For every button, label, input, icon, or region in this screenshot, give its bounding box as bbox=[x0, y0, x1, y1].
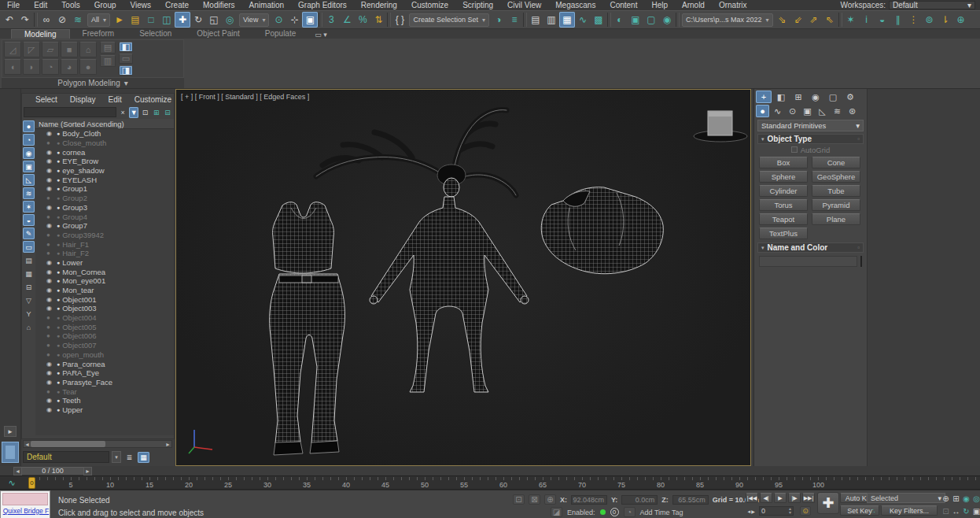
subtab-helpers[interactable]: ◺ bbox=[816, 105, 829, 117]
visibility-icon[interactable]: ● bbox=[46, 324, 54, 331]
scroll-right-icon[interactable]: ► bbox=[164, 442, 171, 447]
list-item-parasyte-face[interactable]: ◉●Parasyte_Face bbox=[35, 378, 174, 387]
expand-all-icon[interactable]: ⊞ bbox=[152, 107, 161, 118]
dock-expand-button[interactable]: ► bbox=[4, 426, 17, 437]
undo-icon[interactable]: ↶ bbox=[2, 12, 17, 28]
scrollbar-thumb[interactable] bbox=[31, 441, 105, 447]
curve-editor-icon[interactable]: ∿ bbox=[575, 12, 591, 28]
selection-lock-icon[interactable]: ⊠ bbox=[529, 494, 540, 505]
pm-icon-a1[interactable]: ◸ bbox=[23, 42, 40, 57]
quixel-title[interactable]: Quixel Bridge F bbox=[1, 507, 51, 515]
explorer-menu-display[interactable]: Display bbox=[64, 95, 101, 104]
spinner-icon[interactable]: ▴▾ bbox=[789, 507, 791, 515]
subtab-geometry[interactable]: ● bbox=[756, 105, 769, 117]
menu-group[interactable]: Group bbox=[87, 1, 123, 9]
unlink-selection-icon[interactable]: ⊘ bbox=[54, 12, 70, 28]
visibility-icon[interactable]: ● bbox=[46, 250, 54, 257]
previous-frame-button[interactable]: ◀| bbox=[760, 493, 772, 503]
list-item-mon-cornea[interactable]: ◉●Mon_Cornea bbox=[35, 267, 174, 276]
display-filter-icon-10[interactable]: ▤ bbox=[23, 254, 35, 266]
angle-snap-icon[interactable]: ∠ bbox=[339, 12, 355, 28]
y-field[interactable]: 0.0cm bbox=[621, 495, 658, 505]
render-setup-icon[interactable]: ▣ bbox=[628, 12, 643, 28]
reference-coordinate-dropdown[interactable]: View▾ bbox=[239, 13, 269, 27]
visibility-icon[interactable]: ◉ bbox=[46, 369, 54, 376]
list-item-hair-f1[interactable]: ●●Hair_F1 bbox=[35, 239, 174, 249]
menu-customize[interactable]: Customize bbox=[404, 1, 455, 9]
visibility-icon[interactable]: ◉ bbox=[46, 204, 54, 211]
plugin-comb-icon[interactable]: ⇂ bbox=[938, 12, 953, 28]
list-item-mon-eye001[interactable]: ◉●Mon_eye001 bbox=[35, 276, 174, 286]
list-item-eyelash[interactable]: ◉●EYELASH bbox=[35, 175, 174, 184]
primitive-button-sphere[interactable]: Sphere bbox=[759, 171, 808, 183]
display-filter-icon-8[interactable]: ✎ bbox=[23, 228, 35, 239]
ribbon-tab-selection[interactable]: Selection bbox=[127, 29, 184, 39]
rectangular-selection-region-icon[interactable]: □ bbox=[143, 12, 159, 28]
menu-graph-editors[interactable]: Graph Editors bbox=[291, 1, 354, 9]
clock-icon[interactable]: ◔ bbox=[624, 507, 636, 517]
visibility-icon[interactable]: ◉ bbox=[46, 277, 54, 284]
bind-to-space-warp-icon[interactable]: ≋ bbox=[70, 12, 86, 28]
list-item-object006[interactable]: ●●Object006 bbox=[35, 331, 174, 341]
pm-icon-b3[interactable]: ◕ bbox=[61, 59, 78, 75]
visibility-icon[interactable]: ● bbox=[46, 314, 54, 321]
viewport-layout-tab[interactable] bbox=[2, 442, 19, 463]
pm-icon-b4[interactable]: ● bbox=[79, 59, 97, 75]
pm-icon-b1[interactable]: ◗ bbox=[23, 59, 40, 75]
display-filter-icon-4[interactable]: ◺ bbox=[23, 174, 35, 186]
display-filter-icon-2[interactable]: ◉ bbox=[23, 147, 35, 159]
plugin-strands-icon[interactable]: ⋮ bbox=[906, 12, 922, 28]
visibility-icon[interactable]: ◉ bbox=[46, 149, 54, 156]
material-editor-icon[interactable]: ◐ bbox=[612, 12, 628, 28]
pm-icon-b0[interactable]: ◖ bbox=[4, 59, 21, 75]
schematic-view-icon[interactable]: ▩ bbox=[591, 12, 606, 28]
list-item-object007[interactable]: ●●Object007 bbox=[35, 341, 174, 350]
x-field[interactable]: 92.048cm bbox=[571, 495, 607, 505]
menu-rendering[interactable]: Rendering bbox=[354, 1, 404, 9]
menu-edit[interactable]: Edit bbox=[27, 1, 54, 9]
frame-counter[interactable]: 0 / 100 bbox=[22, 467, 83, 475]
visibility-icon[interactable]: ● bbox=[46, 194, 54, 202]
pm-mid-icon-1[interactable]: ▥ bbox=[100, 55, 116, 67]
visibility-icon[interactable]: ● bbox=[46, 351, 54, 358]
subtab-lights[interactable]: ⊙ bbox=[786, 105, 799, 117]
display-filter-icon-1[interactable]: ◔ bbox=[23, 134, 35, 146]
explorer-menu-edit[interactable]: Edit bbox=[103, 95, 127, 104]
chevron-down-icon[interactable]: ▾ bbox=[112, 451, 121, 463]
visibility-icon[interactable]: ◉ bbox=[46, 379, 54, 386]
visibility-icon[interactable]: ◉ bbox=[46, 296, 54, 303]
tab-hierarchy[interactable]: ⊞ bbox=[790, 91, 806, 103]
workspaces-dropdown[interactable]: Default ▾ bbox=[889, 1, 975, 9]
toggle-scene-explorer-icon[interactable]: ▤ bbox=[528, 12, 543, 28]
scroll-left-icon[interactable]: ◄ bbox=[24, 442, 31, 447]
project-folder-dropdown[interactable]: C:\Users\p...s Max 2022▾ bbox=[682, 13, 773, 27]
list-item-para-cornea[interactable]: ◉●Para_cornea bbox=[35, 359, 174, 368]
pm-icon-a3[interactable]: ■ bbox=[61, 42, 78, 57]
horizontal-scrollbar[interactable]: ◄ ► bbox=[23, 440, 172, 448]
list-item-object003[interactable]: ◉●Object003 bbox=[35, 304, 174, 313]
visibility-icon[interactable]: ◉ bbox=[46, 157, 54, 165]
percent-snap-icon[interactable]: % bbox=[355, 12, 370, 28]
list-item-open-mouth[interactable]: ●●open_mouth bbox=[35, 350, 174, 360]
tab-motion[interactable]: ◉ bbox=[808, 91, 823, 103]
plugin-info-icon[interactable]: i bbox=[859, 12, 875, 28]
edit-named-selection-sets-icon[interactable]: { } bbox=[392, 12, 407, 28]
zoom-extents-all-icon[interactable]: ◎ bbox=[971, 493, 980, 504]
list-column-header[interactable]: Name (Sorted Ascending) bbox=[35, 119, 174, 129]
menu-civil-view[interactable]: Civil View bbox=[500, 1, 548, 9]
list-item-lower[interactable]: ◉●Lower bbox=[35, 258, 174, 268]
key-mode-toggle-icon[interactable]: ⊙ bbox=[800, 506, 811, 516]
frame-back-icon[interactable]: ◄ bbox=[13, 467, 22, 475]
display-filter-icon-11[interactable]: ▦ bbox=[23, 268, 35, 279]
list-item-group3[interactable]: ◉●Group3 bbox=[35, 203, 174, 213]
display-filter-icon-9[interactable]: ▭ bbox=[23, 241, 35, 253]
list-item-object005[interactable]: ●●Object005 bbox=[35, 322, 174, 331]
primitive-button-tube[interactable]: Tube bbox=[812, 185, 860, 197]
visibility-icon[interactable]: ◉ bbox=[46, 130, 54, 137]
absolute-mode-icon[interactable]: ⊕ bbox=[544, 494, 556, 505]
menu-ornatrix[interactable]: Ornatrix bbox=[712, 1, 754, 9]
visibility-icon[interactable]: ◉ bbox=[46, 268, 54, 276]
plugin-hair-icon[interactable]: ✶ bbox=[843, 12, 859, 28]
subtab-shapes[interactable]: ∿ bbox=[771, 105, 784, 117]
visibility-icon[interactable]: ◉ bbox=[46, 361, 54, 368]
